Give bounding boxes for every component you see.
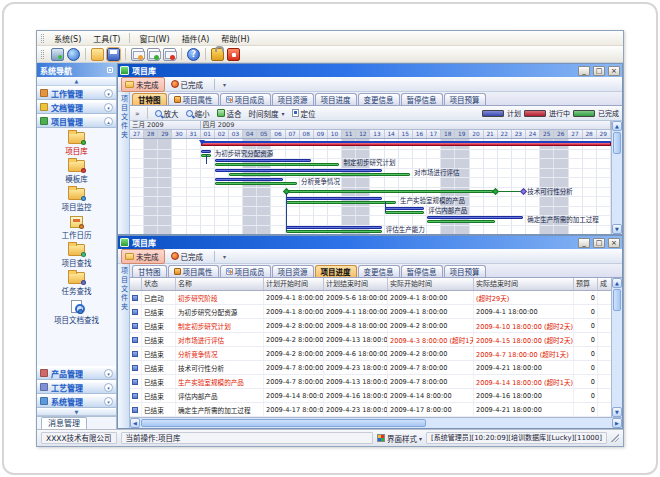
tab-pause[interactable]: 暂停信息: [401, 265, 443, 277]
ui-style-button[interactable]: 界面样式: [377, 433, 422, 444]
filter-unfinished-button[interactable]: 未完成: [121, 77, 165, 92]
tab-members[interactable]: 项目成员: [220, 265, 271, 277]
tab-attributes[interactable]: 项目属性: [168, 265, 219, 277]
mail-delete-icon[interactable]: [163, 48, 176, 61]
sidebar-item-task-search[interactable]: 任务查找: [37, 271, 116, 297]
vertical-scrollbar[interactable]: [611, 121, 622, 234]
filter-finished-button[interactable]: 已完成: [167, 249, 210, 264]
gantt-bar-actual[interactable]: [286, 230, 382, 233]
scroll-up-button[interactable]: [612, 278, 622, 288]
column-header[interactable]: [130, 278, 142, 290]
gantt-bar-plan[interactable]: [286, 226, 382, 229]
scroll-left-button[interactable]: [130, 418, 140, 428]
zoom-out-button[interactable]: 缩小: [184, 108, 212, 119]
tab-pause[interactable]: 暂停信息: [401, 93, 443, 105]
scrollbar-thumb[interactable]: [141, 419, 426, 427]
sidebar-item-work-calendar[interactable]: 工作日历: [37, 215, 116, 241]
gantt-bar-plan[interactable]: [385, 207, 425, 210]
maximize-button[interactable]: □: [593, 66, 605, 76]
filter-more-button[interactable]: ▾: [220, 253, 229, 260]
help-icon[interactable]: [187, 48, 200, 61]
toolbar-drag-grip[interactable]: [41, 50, 44, 59]
close-button[interactable]: ×: [608, 238, 620, 248]
exit-icon[interactable]: [227, 48, 240, 61]
gantt-bar-actual[interactable]: [286, 190, 495, 193]
sidebar-group-project-management[interactable]: 项目管理▴: [37, 114, 116, 128]
sidebar-item-project-search[interactable]: 项目查找: [37, 243, 116, 269]
toolbar-overflow-button[interactable]: »: [133, 109, 142, 118]
scrollbar-thumb[interactable]: [613, 132, 621, 154]
tab-members[interactable]: 项目成员: [220, 93, 271, 105]
gantt-bar-actual[interactable]: [385, 211, 425, 214]
gantt-bar-actual[interactable]: [286, 201, 396, 204]
column-header[interactable]: 实际结束时间: [474, 278, 574, 290]
maximize-button[interactable]: □: [593, 238, 605, 248]
sidebar-item-project-doc-search[interactable]: 项目文档查找: [37, 299, 116, 326]
table-row[interactable]: 已结束技术可行性分析2009-4-7 8:00:002009-4-23 18:0…: [130, 361, 611, 375]
scrollbar-thumb[interactable]: [613, 289, 621, 311]
minimize-button[interactable]: _: [578, 238, 590, 248]
menu-drag-grip[interactable]: [41, 34, 44, 43]
scroll-up-button[interactable]: [612, 121, 622, 131]
sidebar-group-process-management[interactable]: 工艺管理▾: [37, 380, 116, 394]
column-header[interactable]: 成: [598, 278, 611, 290]
gantt-bar-actual[interactable]: [229, 173, 410, 176]
tab-resources[interactable]: 项目资源: [272, 265, 314, 277]
tab-attributes[interactable]: 项目属性: [168, 93, 219, 105]
menu-item[interactable]: 工具(T): [87, 32, 126, 45]
table-row[interactable]: 已结束分析竞争情况2009-4-2 8:00:002009-4-6 18:00:…: [130, 347, 611, 361]
chevron-up-icon[interactable]: ▴: [104, 117, 113, 126]
gantt-bar-plan[interactable]: [201, 150, 211, 153]
column-header[interactable]: 名称: [176, 278, 264, 290]
locate-button[interactable]: 定位: [290, 108, 318, 119]
sidebar-group-product-management[interactable]: 产品管理▾: [37, 366, 116, 380]
column-header[interactable]: 计划开始时间: [264, 278, 324, 290]
chevron-down-icon[interactable]: ▾: [104, 369, 113, 378]
sidebar-collapse-button[interactable]: [37, 77, 116, 86]
table-row[interactable]: 已结束对市场进行评估2009-4-2 8:00:002009-4-13 18:0…: [130, 333, 611, 347]
filter-finished-button[interactable]: 已完成: [167, 77, 210, 92]
close-button[interactable]: ×: [608, 66, 620, 76]
tab-progress[interactable]: 项目进度: [315, 93, 357, 105]
column-header[interactable]: 预算: [574, 278, 598, 290]
tab-gantt[interactable]: 甘特图: [132, 265, 167, 277]
menu-item[interactable]: 窗口(W): [133, 32, 175, 45]
sidebar-item-template-library[interactable]: 模板库: [37, 159, 116, 185]
chevron-down-icon[interactable]: ▾: [104, 397, 113, 406]
gantt-bar-plan[interactable]: [286, 197, 382, 200]
gantt-bar-actual[interactable]: [215, 182, 297, 185]
menu-item[interactable]: 插件(A): [176, 32, 216, 45]
gantt-bar-actual[interactable]: [215, 163, 339, 166]
tab-gantt[interactable]: 甘特图: [132, 93, 167, 105]
column-header[interactable]: 状态: [142, 278, 176, 290]
gantt-bar-plan[interactable]: [215, 159, 311, 162]
gantt-bar-plan[interactable]: [215, 169, 382, 172]
minimize-button[interactable]: _: [578, 66, 590, 76]
scroll-right-button[interactable]: [612, 418, 622, 428]
chevron-down-icon[interactable]: ▾: [104, 89, 113, 98]
tab-budget[interactable]: 项目预算: [444, 93, 486, 105]
project-folder-side-tab[interactable]: 项目文件夹: [118, 264, 130, 428]
sidebar-item-project-monitor[interactable]: 项目监控: [37, 187, 116, 213]
menu-item[interactable]: 帮助(H): [215, 32, 255, 45]
menu-item[interactable]: 系统(S): [48, 32, 87, 45]
internet-icon[interactable]: [67, 48, 80, 61]
table-row[interactable]: 已结束为初步研究分配资源2009-4-1 8:00:002009-4-1 18:…: [130, 305, 611, 319]
table-row[interactable]: 已结束生产实验室规模的产品2009-4-7 8:00:002009-4-13 1…: [130, 375, 611, 389]
gantt-bar-summary[interactable]: [201, 141, 611, 146]
window-titlebar[interactable]: 项目库_□×: [118, 236, 622, 249]
zoom-in-button[interactable]: 放大: [153, 108, 181, 119]
tab-budget[interactable]: 项目预算: [444, 265, 486, 277]
sidebar-group-document-management[interactable]: 文档管理▾: [37, 100, 116, 114]
time-scale-button[interactable]: 时间刻度: [247, 108, 287, 119]
tab-progress[interactable]: 项目进度: [315, 265, 357, 277]
mail-read-icon[interactable]: [147, 48, 160, 61]
window-titlebar[interactable]: 项目库_□×: [118, 64, 622, 77]
mail-new-icon[interactable]: [131, 48, 144, 61]
project-folder-side-tab[interactable]: 项目文件夹: [118, 92, 130, 234]
column-header[interactable]: 实际开始时间: [388, 278, 474, 290]
column-header[interactable]: 计划结束时间: [324, 278, 388, 290]
open-folder-icon[interactable]: [91, 48, 104, 61]
tab-resources[interactable]: 项目资源: [272, 93, 314, 105]
filter-more-button[interactable]: ▾: [220, 81, 229, 88]
